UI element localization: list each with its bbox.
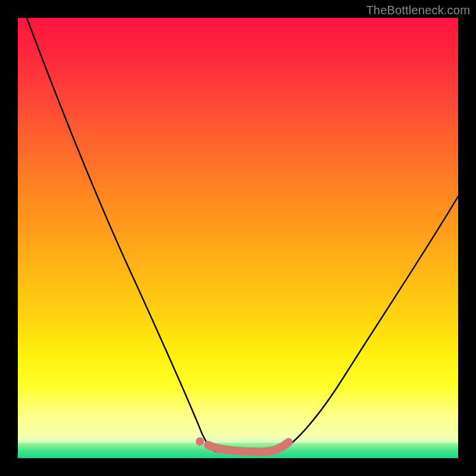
highlight-dot — [196, 437, 204, 446]
chart-frame: TheBottleneck.com — [0, 0, 476, 476]
highlight-band — [208, 442, 289, 452]
right-curve — [280, 196, 458, 451]
curves-svg — [18, 18, 458, 458]
watermark-text: TheBottleneck.com — [366, 4, 470, 17]
left-curve — [27, 18, 214, 451]
plot-area — [18, 18, 458, 458]
